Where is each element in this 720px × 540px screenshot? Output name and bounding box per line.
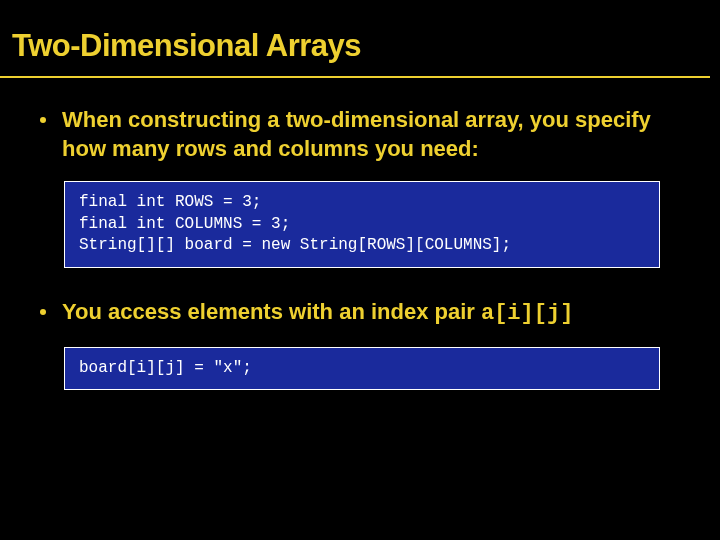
bullet-2: You access elements with an index pair a… — [40, 298, 680, 329]
slide-content: When constructing a two-dimensional arra… — [0, 78, 720, 390]
bullet-1: When constructing a two-dimensional arra… — [40, 106, 680, 163]
slide-title: Two-Dimensional Arrays — [0, 0, 710, 78]
bullet-2-inline-code: a[i][j] — [481, 301, 573, 326]
code-block-2: board[i][j] = "x"; — [64, 347, 660, 391]
bullet-dot-icon — [40, 309, 46, 315]
bullet-2-text-before: You access elements with an index pair — [62, 299, 481, 324]
bullet-2-text: You access elements with an index pair a… — [62, 298, 573, 329]
slide: Two-Dimensional Arrays When constructing… — [0, 0, 720, 540]
bullet-dot-icon — [40, 117, 46, 123]
code-block-1: final int ROWS = 3; final int COLUMNS = … — [64, 181, 660, 268]
bullet-1-text: When constructing a two-dimensional arra… — [62, 106, 680, 163]
